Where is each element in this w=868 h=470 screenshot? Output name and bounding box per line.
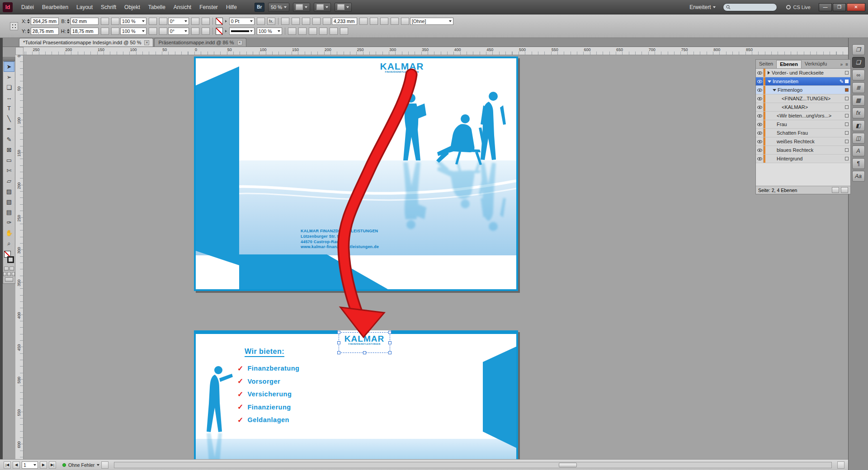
layer-visibility-toggle[interactable] xyxy=(756,155,764,163)
layer-row[interactable]: Vorder- und Rueckseite xyxy=(756,69,850,77)
selection-tool[interactable]: ➤ xyxy=(4,61,14,72)
delete-layer-button[interactable] xyxy=(841,187,848,193)
glyphs-panel-icon[interactable]: Aa xyxy=(852,171,865,182)
apply-none-icon[interactable] xyxy=(12,272,15,276)
gradient-feather-tool[interactable]: ▧ xyxy=(4,197,14,207)
rotate-90-cw-icon[interactable] xyxy=(191,18,199,25)
constrain-scale-icon[interactable] xyxy=(149,18,157,25)
free-transform-tool[interactable]: ▱ xyxy=(4,176,14,186)
checklist-item[interactable]: ✓Finanzierung xyxy=(237,402,291,413)
workspace-switcher[interactable]: Erweitert xyxy=(689,4,716,10)
shear-field[interactable]: 0° xyxy=(159,28,189,35)
page-tool[interactable]: ❏ xyxy=(4,82,14,93)
height-field[interactable]: H: xyxy=(61,28,99,35)
align-center-icon[interactable] xyxy=(292,18,300,25)
corner-input[interactable] xyxy=(332,18,357,25)
link-width-height-icon[interactable] xyxy=(101,28,109,35)
layer-row[interactable]: Hintergrund xyxy=(756,155,850,163)
horizontal-scrollbar[interactable] xyxy=(114,462,832,468)
inner-logo[interactable]: KALMAR FINANZDIENSTLEISTUNGEN xyxy=(344,334,385,346)
pencil-tool[interactable]: ✎ xyxy=(4,134,14,145)
scroll-right-button[interactable] xyxy=(837,461,844,469)
scrollbar-thumb[interactable] xyxy=(559,463,577,467)
cover-address-block[interactable]: KALMAR FINANZDIENSTLEISTUNGENLützenburge… xyxy=(301,229,379,250)
eyedropper-tool[interactable]: ✑ xyxy=(4,217,14,228)
layer-select-indicator[interactable] xyxy=(845,122,849,126)
flip-vertical-icon[interactable] xyxy=(202,28,210,35)
object-styles-panel-icon[interactable]: ◧ xyxy=(852,120,865,131)
width-input[interactable] xyxy=(71,18,99,25)
layer-row[interactable]: <Wir bieten...ungVors...> xyxy=(756,112,850,120)
formatting-text-icon[interactable] xyxy=(9,267,14,271)
layer-visibility-toggle[interactable] xyxy=(756,129,764,137)
menu-hilfe[interactable]: Hilfe xyxy=(222,2,241,12)
restore-button[interactable]: ❐ xyxy=(833,3,846,11)
effects-panel-icon[interactable]: fx xyxy=(852,108,865,118)
type-tool[interactable]: T xyxy=(4,103,14,113)
checklist-item[interactable]: ✓Vorsorger xyxy=(237,376,280,387)
rotate-spread-icon[interactable] xyxy=(359,18,368,25)
selection-handle[interactable] xyxy=(363,351,366,354)
layer-row[interactable]: blaues Rechteck xyxy=(756,146,850,155)
tab-ebenen[interactable]: Ebenen xyxy=(776,60,802,68)
layer-visibility-toggle[interactable] xyxy=(756,112,764,120)
checklist-item[interactable]: ✓Finanzberatung xyxy=(237,363,299,374)
inner-page[interactable]: KALMAR FINANZDIENSTLEISTUNGEN Wir bieten… xyxy=(194,330,518,459)
previous-page-button[interactable]: ◀ xyxy=(13,461,20,469)
selection-handle[interactable] xyxy=(337,331,340,334)
inner-heading[interactable]: Wir bieten: xyxy=(245,348,284,357)
character-panel-icon[interactable]: A xyxy=(852,146,865,156)
height-stepper[interactable] xyxy=(67,29,70,33)
stroke-swatch-arrow[interactable] xyxy=(225,20,227,23)
selection-handle[interactable] xyxy=(388,331,392,334)
preflight-status[interactable]: Ohne Fehler xyxy=(62,462,99,468)
layer-visibility-toggle[interactable] xyxy=(756,120,764,128)
tab-close-icon[interactable]: × xyxy=(237,40,242,45)
layer-row[interactable]: <KALMAR> xyxy=(756,103,850,112)
rectangle-frame-tool[interactable]: ⊠ xyxy=(4,145,14,155)
clear-scale-icon[interactable] xyxy=(149,28,157,35)
note-tool[interactable]: ▤ xyxy=(4,207,14,217)
tab-verknuepfungen[interactable]: Verknüpfu xyxy=(802,60,827,68)
frame-fitting-icon[interactable] xyxy=(257,18,265,25)
rotate-90-ccw-icon[interactable] xyxy=(191,28,199,35)
layer-row[interactable]: Firmenlogo xyxy=(756,86,850,94)
layer-select-indicator[interactable] xyxy=(845,97,849,100)
apply-color-icon[interactable] xyxy=(3,272,6,276)
page-number-field[interactable]: 1 xyxy=(22,461,38,469)
layer-visibility-toggle[interactable] xyxy=(756,77,764,85)
height-input[interactable] xyxy=(71,28,99,35)
align-bottom-icon[interactable] xyxy=(309,28,317,35)
new-layer-button[interactable] xyxy=(832,187,839,193)
menu-bearbeiten[interactable]: Bearbeiten xyxy=(38,2,72,12)
menu-datei[interactable]: Datei xyxy=(17,2,38,12)
document-tab-inactive[interactable]: Präsentationsmappe.indd @ 86 % × xyxy=(154,38,246,47)
menu-tabelle[interactable]: Tabelle xyxy=(144,2,170,12)
layer-row[interactable]: weißes Rechteck xyxy=(756,137,850,146)
effects-icon[interactable]: fx. xyxy=(267,18,275,25)
pen-tool[interactable]: ✒ xyxy=(4,124,14,134)
search-box[interactable] xyxy=(723,3,777,11)
text-wrap-icon[interactable] xyxy=(312,18,321,25)
layer-select-indicator[interactable] xyxy=(845,114,849,118)
object-style-field[interactable]: [Ohne] xyxy=(401,18,453,25)
search-input[interactable] xyxy=(732,5,773,10)
fill-color-swatch[interactable] xyxy=(216,28,223,35)
scale-y-field[interactable]: 100 % xyxy=(111,28,146,35)
document-tab-active[interactable]: *Tutorial Praesentationsmappe Indesign.i… xyxy=(19,38,153,47)
gap-tool[interactable]: ↔ xyxy=(4,93,14,103)
layer-row[interactable]: Schatten Frau xyxy=(756,129,850,137)
y-stepper[interactable] xyxy=(27,29,30,33)
gradient-swatch-tool[interactable]: ▨ xyxy=(4,186,14,197)
zoom-level-dropdown[interactable]: 50 % xyxy=(268,3,289,12)
links-panel-icon[interactable]: ∞ xyxy=(852,70,865,80)
rotation-field[interactable]: 0° xyxy=(159,18,189,25)
menu-objekt[interactable]: Objekt xyxy=(120,2,144,12)
checklist-item[interactable]: ✓Versicherung xyxy=(237,389,292,400)
view-mode-icon[interactable] xyxy=(5,277,13,282)
arrange-documents-button[interactable] xyxy=(335,3,352,12)
layer-select-indicator[interactable] xyxy=(845,88,849,92)
corner-options-field[interactable] xyxy=(323,18,357,25)
scale-x-field[interactable]: 100 % xyxy=(111,18,146,25)
stroke-style-dropdown[interactable] xyxy=(229,28,255,35)
